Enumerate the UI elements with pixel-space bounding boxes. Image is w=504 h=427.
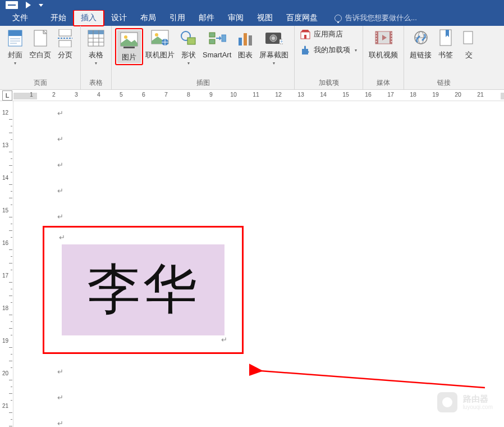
table-button[interactable]: 表格 ▾ bbox=[84, 28, 108, 67]
ruler-number: 17 bbox=[379, 91, 402, 98]
svg-point-39 bbox=[376, 33, 377, 34]
tabstop-selector[interactable]: L bbox=[2, 90, 12, 101]
dropdown-arrow-icon: ▾ bbox=[187, 61, 190, 66]
tab-insert[interactable]: 插入 bbox=[73, 10, 104, 26]
watermark-sub: luyouqi.com bbox=[463, 404, 493, 410]
tab-baidu[interactable]: 百度网盘 bbox=[280, 10, 324, 26]
qat-dropdown-icon[interactable] bbox=[39, 4, 43, 7]
online-video-button[interactable]: 联机视频 bbox=[366, 28, 400, 61]
table-label: 表格 bbox=[89, 51, 103, 60]
screenshot-icon: + bbox=[265, 29, 283, 47]
ruler-number: 19 bbox=[424, 91, 447, 98]
tab-view[interactable]: 视图 bbox=[250, 10, 280, 26]
cover-page-button[interactable]: 封面 ▾ bbox=[3, 28, 27, 67]
screenshot-label: 屏幕截图 bbox=[259, 51, 288, 60]
group-links-label: 链接 bbox=[404, 78, 483, 89]
cross-reference-label: 交 bbox=[465, 51, 473, 60]
picture-button[interactable]: 图片 bbox=[117, 30, 141, 63]
ruler-number: 21 bbox=[2, 403, 8, 409]
ruler-margin-right bbox=[501, 93, 504, 99]
svg-point-16 bbox=[124, 35, 127, 39]
hyperlink-button[interactable]: 超链接 bbox=[407, 28, 434, 61]
group-addins-label: 加载项 bbox=[295, 78, 363, 89]
online-picture-button[interactable]: 联机图片 bbox=[143, 28, 177, 61]
store-button[interactable]: 应用商店 bbox=[300, 29, 357, 39]
online-picture-label: 联机图片 bbox=[145, 51, 175, 60]
store-icon bbox=[300, 29, 310, 39]
watermark-title: 路由器 bbox=[463, 394, 493, 404]
svg-rect-25 bbox=[222, 35, 226, 42]
svg-rect-27 bbox=[244, 33, 247, 46]
ruler-tick bbox=[9, 198, 12, 198]
chart-icon bbox=[236, 29, 254, 47]
tab-file[interactable]: 文件 bbox=[6, 10, 35, 26]
ruler-tick bbox=[9, 328, 12, 329]
tab-review[interactable]: 审阅 bbox=[221, 10, 250, 26]
shapes-button[interactable]: 形状 ▾ bbox=[177, 28, 200, 67]
ruler-number: 14 bbox=[2, 175, 8, 181]
ruler-tick bbox=[9, 133, 12, 133]
svg-rect-51 bbox=[464, 31, 473, 44]
online-video-label: 联机视频 bbox=[369, 51, 398, 60]
group-illustrations-label: 插图 bbox=[112, 78, 294, 89]
table-icon bbox=[87, 29, 105, 47]
tab-references[interactable]: 引用 bbox=[163, 10, 192, 26]
render-options-icon[interactable] bbox=[6, 1, 18, 9]
ruler-tick bbox=[11, 205, 12, 205]
ruler-tick bbox=[11, 419, 12, 420]
paragraph-mark: ↵ bbox=[57, 109, 63, 118]
smartart-button[interactable]: SmartArt bbox=[200, 28, 233, 61]
chart-button[interactable]: 图表 bbox=[233, 28, 257, 61]
watermark: 路由器 luyouqi.com bbox=[437, 392, 493, 412]
tell-me-label: 告诉我您想要做什么... bbox=[345, 13, 417, 23]
tab-layout[interactable]: 布局 bbox=[134, 10, 163, 26]
paragraph-mark: ↵ bbox=[57, 367, 63, 376]
ruler-number: 15 bbox=[2, 207, 8, 214]
ruler-tick bbox=[9, 217, 12, 217]
ruler-tick bbox=[11, 126, 12, 126]
ruler-tick bbox=[9, 165, 12, 166]
vertical-ruler[interactable]: 12131415161718192021 bbox=[0, 101, 13, 427]
cover-page-icon bbox=[6, 29, 24, 47]
tab-design[interactable]: 设计 bbox=[104, 10, 134, 26]
shapes-label: 形状 bbox=[181, 51, 196, 60]
ruler-tick bbox=[9, 426, 12, 426]
group-tables-label: 表格 bbox=[81, 78, 111, 89]
horizontal-ruler[interactable]: L 123456789101112131415161718192021 bbox=[0, 90, 504, 101]
tab-home[interactable]: 开始 bbox=[44, 10, 73, 26]
svg-point-41 bbox=[376, 38, 377, 39]
hyperlink-icon bbox=[412, 29, 430, 47]
paragraph-mark: ↵ bbox=[57, 419, 63, 427]
screenshot-button[interactable]: + 屏幕截图 ▾ bbox=[257, 28, 291, 67]
blank-page-button[interactable]: 空白页 bbox=[27, 28, 53, 61]
bookmark-icon bbox=[437, 29, 455, 47]
play-icon[interactable] bbox=[26, 2, 31, 8]
paragraph-mark: ↵ bbox=[57, 393, 63, 402]
picture-label: 图片 bbox=[122, 53, 136, 62]
cross-reference-button[interactable]: 交 bbox=[457, 28, 480, 61]
ruler-tick bbox=[11, 387, 12, 387]
ruler-number: 11 bbox=[245, 91, 267, 98]
ruler-tick bbox=[11, 289, 12, 289]
smartart-icon bbox=[208, 29, 226, 47]
ruler-tick bbox=[11, 335, 12, 335]
ruler-tick bbox=[11, 302, 12, 303]
tell-me-search[interactable]: 告诉我您想要做什么... bbox=[335, 10, 417, 26]
inserted-image-selection[interactable]: ↵ 李华 ↵ bbox=[43, 226, 244, 354]
bookmark-button[interactable]: 书签 bbox=[434, 28, 457, 61]
group-illustrations: 图片 联机图片 形状 ▾ SmartArt bbox=[112, 26, 295, 89]
ruler-tick bbox=[9, 380, 12, 380]
quick-access-toolbar bbox=[6, 0, 43, 10]
svg-rect-28 bbox=[249, 35, 252, 46]
addins-icon bbox=[300, 45, 310, 55]
picture-icon bbox=[120, 31, 138, 49]
group-links: 超链接 书签 交 链接 bbox=[404, 26, 483, 89]
my-addins-button[interactable]: 我的加载项 ▾ bbox=[300, 45, 357, 55]
ruler-tick bbox=[11, 367, 12, 368]
signature-image[interactable]: 李华 bbox=[62, 244, 224, 335]
shapes-icon bbox=[180, 29, 198, 47]
tab-mailings[interactable]: 邮件 bbox=[192, 10, 221, 26]
page[interactable]: ↵ ↵ ↵ ↵ ↵ ↵ 李华 ↵ ↵ ↵ ↵ 路由器 luyouqi.com bbox=[13, 101, 504, 427]
ruler-tick bbox=[11, 237, 12, 238]
page-break-button[interactable]: 分页 bbox=[53, 28, 77, 61]
